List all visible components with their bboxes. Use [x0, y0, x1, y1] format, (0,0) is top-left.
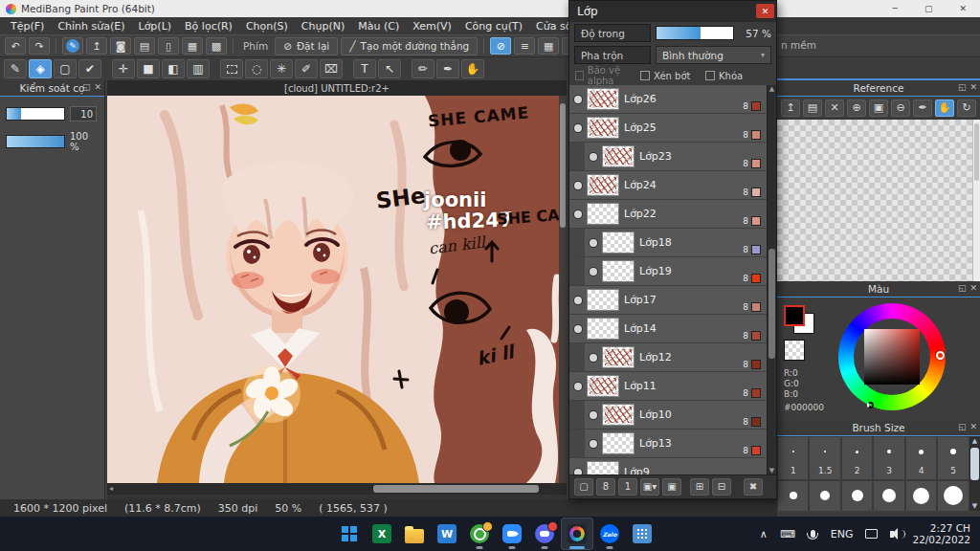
layer-footer-icon-new-1bit-layer[interactable]: 1 [618, 478, 637, 496]
close-icon[interactable]: ✕ [969, 422, 977, 431]
tool-check-pen[interactable]: ✔ [78, 59, 101, 78]
layer-row-Lớp10[interactable]: Lớp10 8 [569, 401, 767, 429]
checkbox-icon[interactable] [575, 71, 584, 80]
layer-footer-icon-add-folder[interactable]: ▣▾ [640, 478, 659, 496]
brush-size-cell[interactable]: 1.5 [809, 436, 840, 480]
reset-button[interactable]: ⊘ Đặt lại [275, 37, 338, 55]
layer-row-Lớp11[interactable]: Lớp11 8 [569, 372, 767, 400]
tool-select-pen[interactable]: ✐ [295, 59, 318, 78]
sv-marker-icon[interactable] [867, 402, 874, 408]
reference-icon-rotate[interactable]: ↻ [957, 99, 976, 117]
layer-visibility-icon[interactable] [590, 440, 597, 448]
layer-row-Lớp18[interactable]: Lớp18 8 [569, 229, 767, 256]
layer-checkbox[interactable]: Xén bớt [640, 71, 705, 81]
network-icon[interactable] [865, 529, 878, 539]
tool-gradient[interactable]: ▥ [187, 59, 210, 78]
window-control-minimize[interactable]: ─ [893, 4, 898, 13]
taskbar-app-explorer[interactable] [398, 518, 431, 550]
layer-visibility-icon[interactable] [574, 469, 582, 475]
reference-icon-zoom-out[interactable]: ⊖ [891, 99, 910, 117]
brush-size-cell[interactable]: 3 [873, 436, 904, 480]
brush-size-slider[interactable] [6, 107, 65, 121]
layer-row-Lớp23[interactable]: Lớp23 8 [569, 143, 767, 170]
layer-visibility-icon[interactable] [574, 297, 582, 304]
tool-select-eraser[interactable]: ⌧ [320, 59, 343, 78]
layer-visibility-icon[interactable] [590, 354, 597, 362]
layer-row-Lớp13[interactable]: Lớp13 8 [569, 430, 767, 457]
reference-icon-open-folder[interactable]: ▤ [803, 99, 822, 117]
scroll-left-arrow-icon[interactable]: ◂ [109, 484, 113, 493]
layer-row-Lớp14[interactable]: Lớp14 8 [569, 315, 767, 342]
tool-magic-wand[interactable]: ✳ [270, 59, 293, 78]
menu-item[interactable]: Xem(V) [406, 20, 458, 33]
snap-icon-snap-off[interactable]: ⊘ [490, 37, 511, 55]
popout-icon[interactable]: ◱ [958, 82, 967, 92]
reference-content[interactable] [777, 120, 980, 281]
taskbar-app-discord[interactable] [528, 518, 561, 550]
layer-checkbox[interactable]: Khóa [705, 71, 770, 81]
foreground-color-swatch[interactable] [784, 305, 805, 326]
brush-size-cell[interactable]: 5 [937, 436, 969, 480]
toolbar-icon-table[interactable]: ▦ [182, 37, 203, 55]
taskbar-clock[interactable]: 2:27 CH 22/02/2022 [912, 522, 970, 545]
language-indicator[interactable]: ENG [831, 528, 854, 540]
layer-footer-icon-folder[interactable]: ▣ [662, 478, 681, 496]
layer-row-Lớp12[interactable]: Lớp12 8 [569, 343, 767, 371]
layer-row-Lớp19[interactable]: Lớp19 8 [569, 257, 767, 285]
layer-row-Lớp25[interactable]: Lớp25 8 [569, 114, 767, 142]
menu-item[interactable]: Lớp(L) [132, 20, 179, 33]
layer-visibility-icon[interactable] [590, 268, 597, 276]
microphone-icon[interactable] [811, 530, 815, 538]
layer-opacity-slider[interactable] [656, 26, 734, 40]
taskbar-app-zoom[interactable] [496, 518, 528, 550]
layer-visibility-icon[interactable] [590, 239, 597, 247]
tool-pointer[interactable]: ↖ [378, 59, 401, 78]
close-icon[interactable]: ✕ [969, 82, 977, 92]
layer-row-Lớp17[interactable]: Lớp17 8 [569, 286, 767, 314]
reference-icon-hand[interactable]: ✋ [935, 99, 954, 117]
reference-icon-zoom-in[interactable]: ⊕ [847, 99, 866, 117]
canvas-tab-title[interactable]: [cloud] UNTITLED:r2+ [107, 80, 567, 96]
tool-text[interactable]: T [353, 59, 376, 78]
close-icon[interactable]: ✕ [969, 283, 977, 293]
brush-size-cell[interactable]: 25 [937, 480, 969, 511]
create-straight-line-button[interactable]: ╱ Tạo một đường thẳng [341, 37, 478, 55]
taskbar-app-word[interactable] [431, 518, 463, 550]
layer-row-Lớp24[interactable]: Lớp24 8 [569, 171, 767, 199]
brush-size-cell[interactable]: 1 [777, 436, 809, 480]
reference-icon-eyedropper[interactable]: ✒ [913, 99, 932, 117]
taskbar-app-calculator[interactable] [626, 518, 658, 550]
layer-row-Lớp9[interactable]: Lớp9 8 [569, 458, 767, 474]
canvas-horizontal-scrollbar[interactable]: ◂ [107, 483, 567, 495]
checkbox-icon[interactable] [640, 71, 650, 80]
popout-icon[interactable]: ◱ [958, 422, 967, 431]
brush-size-value[interactable]: 10 [70, 106, 97, 121]
popout-icon[interactable]: ◱ [82, 82, 91, 92]
checkbox-icon[interactable] [705, 71, 715, 80]
hue-marker-icon[interactable] [936, 351, 945, 360]
tool-pen[interactable]: ✏ [412, 59, 434, 78]
toolbar-icon-comment[interactable]: ◙ [110, 37, 131, 55]
menu-item[interactable]: Tệp(F) [4, 20, 51, 33]
menu-item[interactable]: Chụp(N) [295, 20, 351, 33]
layer-row-Lớp22[interactable]: Lớp22 8 [569, 200, 767, 228]
taskbar-app-excel[interactable] [366, 518, 398, 550]
brush-size-scrollbar[interactable]: ▲ ▼ [969, 436, 980, 511]
blend-mode-select[interactable]: Bình thường ▾ [656, 46, 771, 64]
brush-size-cell[interactable]: 7 [777, 480, 809, 511]
layer-footer-icon-delete-layer[interactable]: ✖ [744, 478, 763, 496]
keyboard-icon[interactable]: ⌨ [780, 528, 795, 540]
layer-visibility-icon[interactable] [574, 124, 582, 132]
tool-fill-rect[interactable]: ■ [137, 59, 160, 78]
snap-icon-snap-parallel[interactable]: ≡ [514, 37, 535, 55]
undo-button[interactable]: ↶ [5, 37, 26, 55]
layer-footer-icon-new-8bit-layer[interactable]: 8 [596, 478, 615, 496]
toolbar-icon-upload[interactable]: ↥ [86, 37, 107, 55]
layer-checkbox[interactable]: Bảo vệ alpha [575, 65, 640, 86]
color-wheel[interactable] [838, 303, 946, 410]
layer-visibility-icon[interactable] [590, 411, 597, 419]
tool-move[interactable]: ✛ [112, 59, 135, 78]
layer-row-Lớp26[interactable]: Lớp26 8 [569, 85, 767, 113]
brush-opacity-slider[interactable] [6, 135, 65, 148]
tool-eraser[interactable]: ◈ [29, 59, 52, 78]
